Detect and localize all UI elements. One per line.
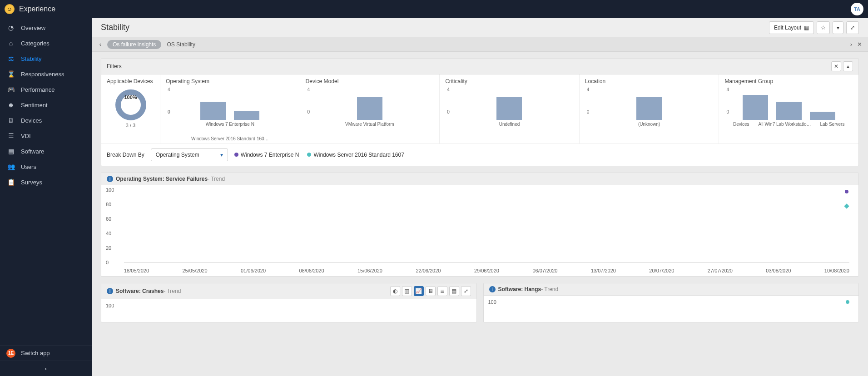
table-view-button[interactable]: ▤: [449, 286, 459, 296]
filter-bar[interactable]: [200, 102, 226, 120]
crumb-active[interactable]: Os failure insights: [107, 40, 161, 49]
trend-xtick: 20/07/2020: [649, 268, 674, 273]
sidebar-item-stability[interactable]: ⚖Stability: [0, 51, 92, 66]
applicable-title: Applicable Devices: [107, 78, 154, 84]
filter-col[interactable]: Device Model 40 VMware Virtual Platform: [300, 74, 440, 143]
app-title: Experience: [19, 5, 55, 13]
trend-xtick: 03/08/2020: [766, 268, 791, 273]
filters-title: Filters: [107, 63, 122, 69]
trend-xtick: 15/06/2020: [357, 268, 382, 273]
sidebar-item-vdi[interactable]: ☰VDI: [0, 128, 92, 143]
filter-col[interactable]: Criticality 40 Undefined: [440, 74, 580, 143]
filter-col[interactable]: Operating System 40 Windows 7 Enterprise…: [160, 74, 300, 143]
filter-col[interactable]: Management Group 40 DevicesAll Win7 Lab …: [719, 74, 858, 143]
gauge-view-button[interactable]: ◐: [390, 286, 400, 296]
legend-item[interactable]: Windows 7 Enterprise N: [234, 152, 299, 158]
nav-icon: 🖥: [6, 117, 15, 124]
sidebar-item-categories[interactable]: ⌂Categories: [0, 35, 92, 51]
nav-label: Surveys: [21, 179, 42, 186]
nav-label: Sentiment: [21, 102, 48, 109]
software-crashes-panel: i Software: Crashes - Trend ◐ ▥ 📈 🖥 ≣ ▤ …: [101, 283, 477, 322]
filter-bar-label: Windows Server 2016 Standard 160…: [191, 136, 269, 142]
sidebar-item-performance[interactable]: 🎮Performance: [0, 82, 92, 97]
sidebar-item-overview[interactable]: ◔Overview: [0, 20, 92, 35]
trend-x-labels: 18/05/202025/05/202001/06/202008/06/2020…: [124, 268, 849, 273]
sidebar: ◔Overview⌂Categories⚖Stability⌛Responsiv…: [0, 18, 92, 376]
edit-layout-button[interactable]: Edit Layout ▦: [769, 21, 814, 34]
line-view-button[interactable]: 📈: [414, 286, 424, 296]
filters-collapse-button[interactable]: ▴: [843, 61, 853, 71]
chevron-down-icon: ▾: [837, 25, 839, 31]
crashes-title: Software: Crashes: [116, 288, 164, 294]
fullscreen-button[interactable]: ⤢: [846, 21, 859, 34]
nav-list: ◔Overview⌂Categories⚖Stability⌛Responsiv…: [0, 18, 92, 345]
filter-col-title: Management Group: [724, 78, 853, 84]
filters-panel: Filters ✕ ▴ Applicable Devices: [101, 58, 859, 166]
sidebar-item-software[interactable]: ▤Software: [0, 143, 92, 159]
info-icon: i: [489, 286, 496, 292]
legend-label: Windows 7 Enterprise N: [241, 152, 299, 158]
nav-label: Responsiveness: [21, 71, 64, 78]
nav-label: Performance: [21, 86, 55, 93]
filter-bar-label: All Win7 Lab Workstatio…: [759, 122, 811, 127]
list-view-button[interactable]: ≣: [437, 286, 447, 296]
user-avatar[interactable]: TA: [851, 3, 863, 15]
data-point-hangs[interactable]: [846, 300, 849, 304]
filter-bar-label: Devices: [733, 122, 749, 127]
filter-bar-label: Windows 7 Enterprise N: [206, 122, 254, 127]
device-view-button[interactable]: 🖥: [426, 286, 436, 296]
filter-bar[interactable]: [496, 97, 522, 120]
donut-percent: 100%: [124, 94, 137, 100]
crashes-chart: 100: [101, 299, 476, 322]
filter-bar-label: (Unknown): [638, 122, 660, 127]
trend-ytick: 80: [106, 202, 111, 207]
filter-bar[interactable]: [776, 102, 802, 120]
data-point-win7[interactable]: [845, 190, 848, 193]
trend-header: i Operating System: Service Failures - T…: [101, 173, 858, 185]
crumb-forward-button[interactable]: ›: [847, 41, 855, 48]
breakdown-row: Break Down By Operating System ▾ Windows…: [101, 143, 858, 166]
expand-panel-button[interactable]: ⤢: [461, 286, 471, 296]
switch-app-button[interactable]: 1E Switch app: [0, 345, 92, 361]
sidebar-item-responsiveness[interactable]: ⌛Responsiveness: [0, 66, 92, 82]
crumb-prev-button[interactable]: ‹: [96, 41, 104, 48]
nav-icon: ☻: [6, 101, 15, 109]
chevron-left-icon: ‹: [45, 365, 47, 372]
trend-title: Operating System: Service Failures: [116, 176, 208, 182]
sidebar-item-sentiment[interactable]: ☻Sentiment: [0, 97, 92, 113]
filter-bar-label: VMware Virtual Platform: [345, 122, 394, 127]
page-header: Stability Edit Layout ▦ ☆ ▾ ⤢: [92, 18, 868, 37]
filter-bar[interactable]: [636, 97, 662, 120]
crumb-next[interactable]: OS Stability: [167, 41, 195, 48]
sidebar-item-surveys[interactable]: 📋Surveys: [0, 174, 92, 190]
nav-icon: 📋: [6, 178, 15, 186]
filter-bar[interactable]: [743, 95, 768, 120]
nav-label: Users: [21, 163, 36, 170]
nav-label: Stability: [21, 55, 42, 62]
software-hangs-panel: i Software: Hangs - Trend 100: [483, 283, 859, 322]
collapse-sidebar-button[interactable]: ‹: [0, 361, 92, 376]
trend-suffix: - Trend: [208, 176, 225, 182]
filters-header: Filters ✕ ▴: [101, 59, 858, 74]
filter-col[interactable]: Location 40 (Unknown): [580, 74, 719, 143]
trend-xtick: 29/06/2020: [474, 268, 499, 273]
hangs-ytick: 100: [488, 299, 496, 305]
crumb-close-button[interactable]: ✕: [855, 41, 863, 48]
nav-icon: 🎮: [6, 86, 15, 93]
filter-bar[interactable]: [810, 112, 835, 120]
data-point-winserver[interactable]: [844, 203, 849, 208]
sidebar-item-devices[interactable]: 🖥Devices: [0, 113, 92, 128]
breakdown-select[interactable]: Operating System ▾: [151, 148, 228, 161]
sidebar-item-users[interactable]: 👥Users: [0, 159, 92, 174]
filters-close-button[interactable]: ✕: [831, 61, 841, 71]
filter-bar[interactable]: [234, 111, 259, 120]
trend-xtick: 25/05/2020: [182, 268, 207, 273]
more-menu-button[interactable]: ▾: [833, 21, 843, 34]
bar-view-button[interactable]: ▥: [402, 286, 412, 296]
legend-item[interactable]: Windows Server 2016 Standard 1607: [307, 152, 404, 158]
filter-bar[interactable]: [357, 97, 382, 120]
info-icon: i: [107, 288, 113, 294]
legend-dot-icon: [234, 153, 238, 157]
favorite-button[interactable]: ☆: [817, 21, 830, 34]
trend-ytick: 0: [106, 260, 109, 265]
